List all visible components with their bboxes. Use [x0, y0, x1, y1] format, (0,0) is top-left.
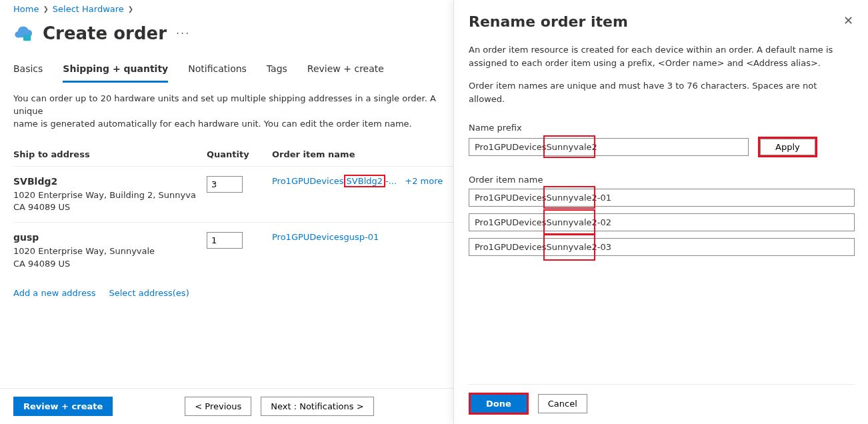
svg-rect-0 [23, 35, 31, 41]
address-actions: Add a new address Select address(es) [13, 279, 453, 307]
panel-description-1: An order item resource is created for ea… [469, 43, 855, 70]
panel-footer: Done Cancel [469, 384, 855, 424]
highlight-box: Done [469, 393, 529, 415]
description-line-1: You can order up to 20 hardware units an… [13, 93, 436, 116]
rename-order-item-panel: Rename order item ✕ An order item resour… [453, 0, 868, 424]
tab-notifications[interactable]: Notifications [188, 61, 247, 81]
tab-shipping-quantity[interactable]: Shipping + quantity [63, 61, 168, 83]
breadcrumb: Home ❯ Select Hardware ❯ [13, 0, 453, 14]
tab-tags[interactable]: Tags [267, 61, 287, 81]
table-row: gusp 1020 Enterprise Way, Sunnyvale CA 9… [13, 222, 453, 279]
name-prefix-input-wrap [469, 138, 749, 156]
address-alias: gusp [13, 232, 207, 243]
order-item-name-input[interactable] [469, 238, 855, 256]
name-prefix-label: Name prefix [469, 123, 855, 133]
address-line-2: CA 94089 US [13, 258, 207, 271]
wizard-tabs: Basics Shipping + quantity Notifications… [13, 61, 453, 81]
apply-button[interactable]: Apply [760, 139, 815, 155]
add-address-link[interactable]: Add a new address [13, 288, 95, 298]
select-addresses-link[interactable]: Select address(es) [109, 288, 189, 298]
close-icon[interactable]: ✕ [842, 13, 855, 28]
address-line-2: CA 94089 US [13, 201, 207, 214]
section-description: You can order up to 20 hardware units an… [13, 93, 453, 131]
done-button[interactable]: Done [471, 395, 527, 413]
chevron-right-icon: ❯ [43, 5, 48, 13]
wizard-footer: Review + create < Previous Next : Notifi… [0, 388, 453, 424]
order-item-tail: -... [385, 176, 397, 186]
description-line-2: name is generated automatically for each… [13, 118, 453, 131]
next-button[interactable]: Next : Notifications > [261, 397, 373, 416]
cancel-button[interactable]: Cancel [538, 394, 587, 413]
address-line-1: 1020 Enterprise Way, Building 2, Sunnyva [13, 189, 207, 202]
panel-title: Rename order item [469, 13, 628, 30]
address-lines: 1020 Enterprise Way, Building 2, Sunnyva… [13, 189, 207, 215]
highlight-box: SVBldg2 [344, 175, 385, 187]
address-lines: 1020 Enterprise Way, Sunnyvale CA 94089 … [13, 245, 207, 271]
review-create-button[interactable]: Review + create [13, 397, 113, 416]
column-ship-to-address: Ship to address [13, 149, 207, 159]
page-header: Create order ··· [13, 23, 453, 43]
quantity-input[interactable] [207, 176, 243, 193]
breadcrumb-home[interactable]: Home [13, 4, 39, 14]
order-item-name-input[interactable] [469, 189, 855, 207]
order-item-input-wrap [469, 238, 855, 256]
column-order-item-name: Order item name [272, 149, 453, 159]
name-prefix-input[interactable] [469, 138, 749, 156]
quantity-input[interactable] [207, 232, 243, 249]
order-item-name-label: Order item name [469, 175, 855, 185]
column-quantity: Quantity [207, 149, 272, 159]
panel-description: An order item resource is created for ea… [469, 43, 855, 116]
panel-header: Rename order item ✕ [469, 13, 855, 30]
breadcrumb-select-hardware[interactable]: Select Hardware [53, 4, 124, 14]
order-item-input-wrap [469, 189, 855, 207]
table-header: Ship to address Quantity Order item name [13, 149, 453, 166]
order-item-name-input[interactable] [469, 213, 855, 231]
tab-basics[interactable]: Basics [13, 61, 43, 81]
more-items-link[interactable]: +2 more [405, 176, 443, 186]
azure-edge-hardware-icon [13, 23, 33, 43]
highlight-box: Apply [758, 137, 817, 157]
page-title: Create order [43, 23, 167, 43]
table-row: SVBldg2 1020 Enterprise Way, Building 2,… [13, 166, 453, 223]
order-item-name-link[interactable]: Pro1GPUDevicesgusp-01 [272, 232, 379, 242]
chevron-right-icon: ❯ [128, 5, 133, 13]
name-prefix-row: Apply [469, 137, 855, 157]
address-line-1: 1020 Enterprise Way, Sunnyvale [13, 245, 207, 258]
tab-review-create[interactable]: Review + create [307, 61, 384, 81]
order-item-prefix: Pro1GPUDevices [272, 176, 344, 186]
order-item-name-link[interactable]: Pro1GPUDevicesSVBldg2-... [272, 175, 399, 187]
panel-description-2: Order item names are unique and must hav… [469, 79, 855, 106]
create-order-pane: Home ❯ Select Hardware ❯ Create order ··… [0, 0, 453, 424]
shipping-table: Ship to address Quantity Order item name… [13, 149, 453, 307]
more-actions-icon[interactable]: ··· [176, 27, 190, 40]
order-item-input-wrap [469, 213, 855, 231]
address-alias: SVBldg2 [13, 176, 207, 187]
previous-button[interactable]: < Previous [185, 397, 251, 416]
